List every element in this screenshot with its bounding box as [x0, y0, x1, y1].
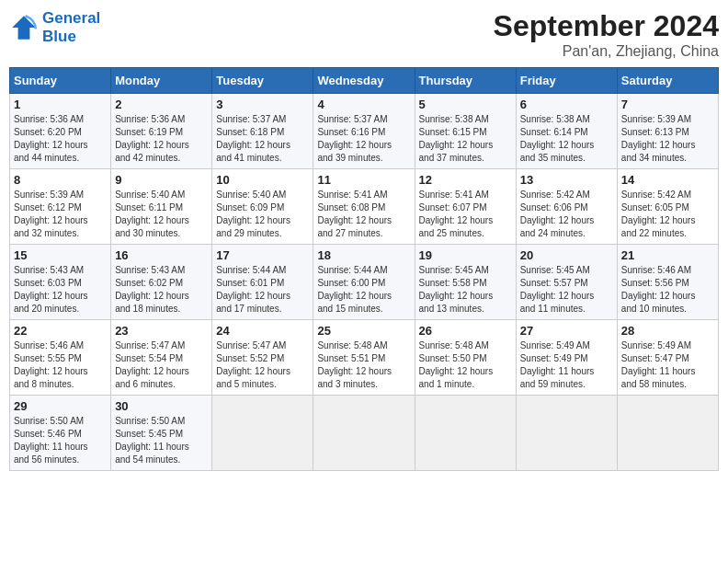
day-number: 29: [14, 399, 107, 413]
day-number: 8: [14, 173, 107, 187]
title-block: September 2024 Pan'an, Zhejiang, China: [494, 9, 719, 60]
col-header-monday: Monday: [111, 68, 212, 94]
day-info: Sunrise: 5:45 AM Sunset: 5:57 PM Dayligh…: [520, 264, 613, 316]
day-info: Sunrise: 5:50 AM Sunset: 5:46 PM Dayligh…: [14, 415, 107, 466]
day-number: 23: [115, 324, 208, 338]
day-info: Sunrise: 5:37 AM Sunset: 6:16 PM Dayligh…: [317, 113, 410, 165]
calendar-cell: 29Sunrise: 5:50 AM Sunset: 5:46 PM Dayli…: [10, 396, 111, 471]
day-info: Sunrise: 5:48 AM Sunset: 5:51 PM Dayligh…: [317, 339, 410, 391]
day-number: 9: [115, 173, 208, 187]
calendar-cell: 24Sunrise: 5:47 AM Sunset: 5:52 PM Dayli…: [212, 320, 313, 396]
day-number: 10: [216, 173, 309, 187]
calendar-cell: 6Sunrise: 5:38 AM Sunset: 6:14 PM Daylig…: [516, 94, 617, 169]
calendar-cell: 22Sunrise: 5:46 AM Sunset: 5:55 PM Dayli…: [10, 320, 111, 396]
day-info: Sunrise: 5:44 AM Sunset: 6:01 PM Dayligh…: [216, 264, 309, 316]
day-info: Sunrise: 5:38 AM Sunset: 6:14 PM Dayligh…: [520, 113, 613, 165]
calendar-cell: 1Sunrise: 5:36 AM Sunset: 6:20 PM Daylig…: [10, 94, 111, 169]
day-number: 5: [419, 98, 512, 111]
day-number: 24: [216, 324, 309, 338]
day-info: Sunrise: 5:49 AM Sunset: 5:47 PM Dayligh…: [621, 339, 714, 391]
day-info: Sunrise: 5:43 AM Sunset: 6:03 PM Dayligh…: [14, 264, 107, 316]
day-number: 30: [115, 399, 208, 413]
calendar-cell: 7Sunrise: 5:39 AM Sunset: 6:13 PM Daylig…: [617, 94, 718, 169]
day-info: Sunrise: 5:41 AM Sunset: 6:07 PM Dayligh…: [419, 189, 512, 240]
calendar-cell: 16Sunrise: 5:43 AM Sunset: 6:02 PM Dayli…: [111, 245, 212, 320]
day-info: Sunrise: 5:48 AM Sunset: 5:50 PM Dayligh…: [419, 339, 512, 391]
calendar-week-2: 15Sunrise: 5:43 AM Sunset: 6:03 PM Dayli…: [10, 245, 719, 320]
page-header: General Blue September 2024 Pan'an, Zhej…: [9, 9, 719, 60]
col-header-friday: Friday: [516, 68, 617, 94]
day-number: 19: [419, 248, 512, 262]
calendar-cell: 11Sunrise: 5:41 AM Sunset: 6:08 PM Dayli…: [313, 169, 415, 245]
day-info: Sunrise: 5:36 AM Sunset: 6:19 PM Dayligh…: [115, 113, 208, 165]
calendar-cell: 17Sunrise: 5:44 AM Sunset: 6:01 PM Dayli…: [212, 245, 313, 320]
day-info: Sunrise: 5:38 AM Sunset: 6:15 PM Dayligh…: [419, 113, 512, 165]
calendar-week-1: 8Sunrise: 5:39 AM Sunset: 6:12 PM Daylig…: [10, 169, 719, 245]
day-info: Sunrise: 5:42 AM Sunset: 6:06 PM Dayligh…: [520, 189, 613, 240]
day-number: 3: [216, 98, 309, 111]
calendar-cell: 26Sunrise: 5:48 AM Sunset: 5:50 PM Dayli…: [415, 320, 516, 396]
day-info: Sunrise: 5:43 AM Sunset: 6:02 PM Dayligh…: [115, 264, 208, 316]
calendar-cell: 18Sunrise: 5:44 AM Sunset: 6:00 PM Dayli…: [313, 245, 415, 320]
day-number: 12: [419, 173, 512, 187]
header-row: SundayMondayTuesdayWednesdayThursdayFrid…: [10, 68, 719, 94]
day-number: 4: [317, 98, 410, 111]
calendar-week-3: 22Sunrise: 5:46 AM Sunset: 5:55 PM Dayli…: [10, 320, 719, 396]
calendar-cell: 21Sunrise: 5:46 AM Sunset: 5:56 PM Dayli…: [617, 245, 718, 320]
day-info: Sunrise: 5:46 AM Sunset: 5:56 PM Dayligh…: [621, 264, 714, 316]
day-number: 22: [14, 324, 107, 338]
day-info: Sunrise: 5:39 AM Sunset: 6:13 PM Dayligh…: [621, 113, 714, 165]
col-header-saturday: Saturday: [617, 68, 718, 94]
col-header-wednesday: Wednesday: [313, 68, 415, 94]
calendar-cell: 5Sunrise: 5:38 AM Sunset: 6:15 PM Daylig…: [415, 94, 516, 169]
calendar-cell: 19Sunrise: 5:45 AM Sunset: 5:58 PM Dayli…: [415, 245, 516, 320]
calendar-cell: 30Sunrise: 5:50 AM Sunset: 5:45 PM Dayli…: [111, 396, 212, 471]
calendar-cell: [415, 396, 516, 471]
logo-icon: [9, 13, 39, 42]
day-info: Sunrise: 5:49 AM Sunset: 5:49 PM Dayligh…: [520, 339, 613, 391]
calendar-cell: [617, 396, 718, 471]
day-info: Sunrise: 5:50 AM Sunset: 5:45 PM Dayligh…: [115, 415, 208, 466]
calendar-table: SundayMondayTuesdayWednesdayThursdayFrid…: [9, 67, 719, 471]
day-number: 6: [520, 98, 613, 111]
calendar-cell: 27Sunrise: 5:49 AM Sunset: 5:49 PM Dayli…: [516, 320, 617, 396]
calendar-cell: 12Sunrise: 5:41 AM Sunset: 6:07 PM Dayli…: [415, 169, 516, 245]
day-info: Sunrise: 5:46 AM Sunset: 5:55 PM Dayligh…: [14, 339, 107, 391]
day-info: Sunrise: 5:39 AM Sunset: 6:12 PM Dayligh…: [14, 189, 107, 240]
day-number: 15: [14, 248, 107, 262]
day-info: Sunrise: 5:42 AM Sunset: 6:05 PM Dayligh…: [621, 189, 714, 240]
calendar-cell: 10Sunrise: 5:40 AM Sunset: 6:09 PM Dayli…: [212, 169, 313, 245]
day-info: Sunrise: 5:37 AM Sunset: 6:18 PM Dayligh…: [216, 113, 309, 165]
day-number: 11: [317, 173, 410, 187]
calendar-cell: 2Sunrise: 5:36 AM Sunset: 6:19 PM Daylig…: [111, 94, 212, 169]
calendar-cell: 3Sunrise: 5:37 AM Sunset: 6:18 PM Daylig…: [212, 94, 313, 169]
col-header-thursday: Thursday: [415, 68, 516, 94]
calendar-cell: 23Sunrise: 5:47 AM Sunset: 5:54 PM Dayli…: [111, 320, 212, 396]
calendar-week-0: 1Sunrise: 5:36 AM Sunset: 6:20 PM Daylig…: [10, 94, 719, 169]
day-info: Sunrise: 5:40 AM Sunset: 6:09 PM Dayligh…: [216, 189, 309, 240]
location: Pan'an, Zhejiang, China: [494, 43, 719, 60]
calendar-cell: 9Sunrise: 5:40 AM Sunset: 6:11 PM Daylig…: [111, 169, 212, 245]
day-info: Sunrise: 5:44 AM Sunset: 6:00 PM Dayligh…: [317, 264, 410, 316]
month-title: September 2024: [494, 9, 719, 43]
day-number: 16: [115, 248, 208, 262]
col-header-sunday: Sunday: [10, 68, 111, 94]
day-number: 21: [621, 248, 714, 262]
calendar-cell: 20Sunrise: 5:45 AM Sunset: 5:57 PM Dayli…: [516, 245, 617, 320]
calendar-cell: 8Sunrise: 5:39 AM Sunset: 6:12 PM Daylig…: [10, 169, 111, 245]
calendar-cell: 28Sunrise: 5:49 AM Sunset: 5:47 PM Dayli…: [617, 320, 718, 396]
day-number: 13: [520, 173, 613, 187]
day-number: 27: [520, 324, 613, 338]
day-number: 25: [317, 324, 410, 338]
day-number: 18: [317, 248, 410, 262]
calendar-cell: [313, 396, 415, 471]
calendar-cell: 4Sunrise: 5:37 AM Sunset: 6:16 PM Daylig…: [313, 94, 415, 169]
day-info: Sunrise: 5:47 AM Sunset: 5:54 PM Dayligh…: [115, 339, 208, 391]
logo: General Blue: [9, 9, 100, 46]
calendar-cell: 13Sunrise: 5:42 AM Sunset: 6:06 PM Dayli…: [516, 169, 617, 245]
calendar-cell: 25Sunrise: 5:48 AM Sunset: 5:51 PM Dayli…: [313, 320, 415, 396]
logo-text: General Blue: [42, 9, 100, 46]
day-number: 14: [621, 173, 714, 187]
day-number: 2: [115, 98, 208, 111]
day-info: Sunrise: 5:45 AM Sunset: 5:58 PM Dayligh…: [419, 264, 512, 316]
